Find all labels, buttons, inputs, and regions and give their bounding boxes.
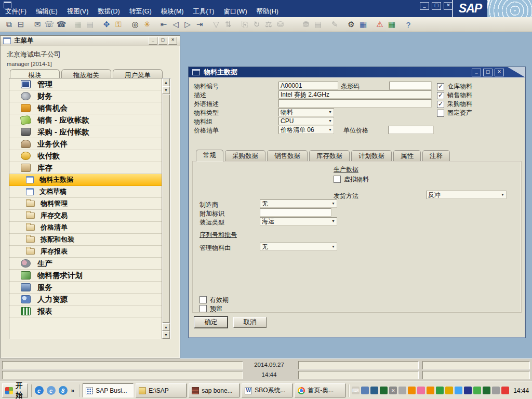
menubar-item[interactable]: 编辑(E) <box>35 7 59 16</box>
menu-item[interactable]: 业务伙伴 <box>9 138 162 150</box>
tray-icon[interactable] <box>408 387 416 394</box>
shipping-type-select[interactable]: 海运▼ <box>260 217 337 225</box>
scroll-down-icon[interactable]: ▼ <box>162 331 170 339</box>
item-group-select[interactable]: CPU▼ <box>278 117 334 125</box>
menu-item[interactable]: 库存 <box>9 162 162 174</box>
menu-item[interactable]: 物料主数据 <box>9 174 162 186</box>
menu-item[interactable]: 人力资源 <box>9 294 162 305</box>
menu-item[interactable]: 报表 <box>9 305 162 317</box>
toolbar-icon[interactable]: ▤ <box>312 19 324 30</box>
toolbar-icon[interactable]: ✉ <box>32 19 43 30</box>
menu-item[interactable]: 物料需求计划 <box>9 270 162 282</box>
phantom-item-checkbox[interactable]: 虚拟物料 <box>334 176 369 183</box>
quick-launch-icon[interactable]: 8 <box>59 386 68 395</box>
dialog-tab[interactable]: 计划数据 <box>351 150 392 162</box>
dialog-tab[interactable]: 采购数据 <box>225 150 265 162</box>
barcode-input[interactable] <box>389 82 432 90</box>
menu-item[interactable]: 价格清单 <box>9 222 162 234</box>
issue-method-select[interactable]: 反冲▼ <box>426 191 507 199</box>
scroll-thumb[interactable] <box>163 95 170 323</box>
toolbar-icon[interactable]: ◎ <box>129 19 141 30</box>
ok-button[interactable]: 确定 <box>194 317 228 328</box>
close-icon[interactable]: ✕ <box>495 69 504 76</box>
price-list-select[interactable]: 价格清单 06▼ <box>278 126 334 134</box>
task-button[interactable]: 首页-奥... <box>295 383 345 397</box>
toolbar-icon[interactable]: ⎘ <box>239 19 250 30</box>
menu-item[interactable]: 生产 <box>9 258 162 270</box>
dialog-titlebar[interactable]: 物料主数据 _ ▢ ✕ <box>189 67 525 77</box>
checkbox-row[interactable]: 销售物料 <box>437 91 472 100</box>
toolbar-icon[interactable]: ? <box>403 19 414 30</box>
restore-icon[interactable]: ▢ <box>432 2 441 10</box>
menubar-item[interactable]: 帮助(H) <box>256 7 280 16</box>
additional-id-input[interactable] <box>260 208 331 217</box>
menu-item[interactable]: 管理 <box>9 78 162 90</box>
scroll-up-icon[interactable]: ▲ <box>162 78 170 86</box>
unit-price-input[interactable] <box>388 126 434 134</box>
toolbar-icon[interactable]: ▷ <box>182 19 193 30</box>
toolbar-icon[interactable]: ▦ <box>72 19 84 30</box>
menubar-item[interactable]: 工具(T) <box>192 7 215 16</box>
chevron-more-icon[interactable]: » <box>70 387 76 394</box>
tray-icon[interactable]: ✕ <box>389 387 397 394</box>
description-input[interactable]: Intel 赛扬 2.4GHz <box>278 90 432 99</box>
tray-icon[interactable] <box>417 387 425 394</box>
menubar-item[interactable]: 转至(G) <box>128 7 153 16</box>
menu-item[interactable]: 采购 - 应付帐款 <box>9 126 162 138</box>
menu-item[interactable]: 财务 <box>9 90 162 102</box>
toolbar-icon[interactable]: ⚖ <box>263 19 274 30</box>
tray-icon[interactable] <box>398 387 406 394</box>
dialog-tab[interactable]: 常规 <box>196 150 223 162</box>
toolbar-icon[interactable]: ↻ <box>251 19 262 30</box>
valid-checkbox[interactable]: 有效期 <box>200 296 229 303</box>
toolbar-icon[interactable]: ⇤ <box>158 19 169 30</box>
task-button[interactable]: SAP Busi... <box>83 383 134 397</box>
tray-icon[interactable] <box>427 387 434 394</box>
cancel-button[interactable]: 取消 <box>233 317 267 328</box>
manufacturer-select[interactable]: 无▼ <box>260 200 337 208</box>
menu-item[interactable]: 收付款 <box>9 150 162 162</box>
menu-item[interactable]: 库存报表 <box>9 246 162 258</box>
main-menu-titlebar[interactable]: 主菜单 _ ▢ ✕ <box>1 36 180 46</box>
task-button[interactable]: sap bone... <box>189 383 240 397</box>
item-type-select[interactable]: 物料▼ <box>278 108 334 116</box>
minimize-icon[interactable]: _ <box>149 37 157 45</box>
maximize-icon[interactable]: ▢ <box>158 37 167 45</box>
dialog-tab[interactable]: 注释 <box>422 150 450 162</box>
toolbar-icon[interactable]: ☏ <box>44 19 55 30</box>
toolbar-icon[interactable]: ⚠ <box>374 19 385 30</box>
toolbar-icon[interactable]: ⇅ <box>222 19 234 30</box>
toolbar-icon[interactable]: ⚙ <box>345 19 357 30</box>
dialog-tab[interactable]: 库存数据 <box>309 150 350 162</box>
toolbar-icon[interactable]: ✥ <box>101 19 112 30</box>
item-no-input[interactable]: A00001 <box>278 82 338 90</box>
tray-icon[interactable] <box>436 387 444 394</box>
checkbox-row[interactable]: 固定资产 <box>437 109 472 117</box>
checkbox-row[interactable]: 采购物料 <box>437 100 472 109</box>
menu-item[interactable]: 服务 <box>9 282 162 294</box>
toolbar-icon[interactable]: ✳ <box>141 19 153 30</box>
quick-launch-icon[interactable]: e <box>35 386 44 395</box>
menu-item[interactable]: 物料管理 <box>9 198 162 210</box>
menubar-item[interactable]: 模块(M) <box>160 7 185 16</box>
dialog-tab[interactable]: 销售数据 <box>267 150 308 162</box>
task-button[interactable]: E:\SAP <box>136 383 187 397</box>
start-button[interactable]: 开始 <box>2 383 28 397</box>
toolbar-icon[interactable]: ⛁ <box>275 19 286 30</box>
toolbar-icon[interactable]: ⚿ <box>113 19 124 30</box>
toolbar-icon[interactable]: ▦ <box>357 19 369 30</box>
toolbar-icon[interactable]: ▽ <box>210 19 222 30</box>
scrollbar[interactable]: ▲ ▼ ▲ ▼ <box>162 78 170 339</box>
tray-icon[interactable] <box>455 387 462 394</box>
task-button[interactable]: SBO系统... <box>242 383 292 397</box>
checkbox-row[interactable]: 仓库物料 <box>437 82 472 91</box>
scroll-down-icon[interactable]: ▼ <box>162 86 170 94</box>
toolbar-icon[interactable]: ✎ <box>329 19 340 30</box>
restore-icon[interactable]: ▢ <box>483 69 493 76</box>
close-icon[interactable]: ✕ <box>168 37 177 45</box>
menubar-item[interactable]: 数据(D) <box>97 7 121 16</box>
toolbar-icon[interactable]: ⇥ <box>194 19 205 30</box>
menu-item[interactable]: 文档草稿 <box>9 186 162 198</box>
menubar-item[interactable]: 窗口(W) <box>222 7 248 16</box>
foreign-desc-input[interactable] <box>278 99 432 108</box>
